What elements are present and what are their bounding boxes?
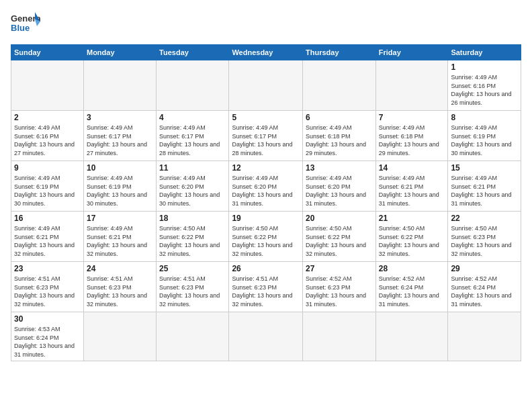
day-info: Sunrise: 4:51 AMSunset: 6:23 PMDaylight:… <box>14 275 81 308</box>
calendar-cell <box>375 60 448 111</box>
logo: General Blue <box>11 11 40 38</box>
day-number: 2 <box>14 113 81 122</box>
calendar-cell: 9Sunrise: 4:49 AMSunset: 6:19 PMDaylight… <box>11 161 84 212</box>
calendar-week-row: 2Sunrise: 4:49 AMSunset: 6:16 PMDaylight… <box>11 111 521 161</box>
calendar-cell: 6Sunrise: 4:49 AMSunset: 6:18 PMDaylight… <box>303 111 376 161</box>
day-info: Sunrise: 4:49 AMSunset: 6:20 PMDaylight:… <box>159 174 226 208</box>
day-number: 8 <box>451 113 518 122</box>
header-wednesday: Wednesday <box>229 45 303 60</box>
day-info: Sunrise: 4:49 AMSunset: 6:16 PMDaylight:… <box>451 73 518 107</box>
calendar-cell: 28Sunrise: 4:52 AMSunset: 6:24 PMDayligh… <box>375 262 448 312</box>
day-info: Sunrise: 4:49 AMSunset: 6:17 PMDaylight:… <box>232 124 300 157</box>
calendar-week-row: 30Sunrise: 4:53 AMSunset: 6:24 PMDayligh… <box>11 312 521 361</box>
calendar-cell <box>83 60 156 111</box>
calendar-cell: 12Sunrise: 4:49 AMSunset: 6:20 PMDayligh… <box>229 161 303 212</box>
day-number: 18 <box>159 214 226 223</box>
day-number: 11 <box>159 163 226 173</box>
calendar-cell <box>83 312 156 361</box>
header-tuesday: Tuesday <box>157 45 229 60</box>
calendar-cell: 7Sunrise: 4:49 AMSunset: 6:18 PMDaylight… <box>375 111 448 161</box>
day-info: Sunrise: 4:52 AMSunset: 6:24 PMDaylight:… <box>379 275 445 308</box>
calendar-cell <box>375 312 448 361</box>
calendar-cell <box>157 60 229 111</box>
calendar-cell: 15Sunrise: 4:49 AMSunset: 6:21 PMDayligh… <box>448 161 521 212</box>
header-saturday: Saturday <box>448 45 521 60</box>
calendar-cell: 8Sunrise: 4:49 AMSunset: 6:19 PMDaylight… <box>448 111 521 161</box>
day-number: 26 <box>232 264 300 273</box>
day-info: Sunrise: 4:49 AMSunset: 6:21 PMDaylight:… <box>14 224 81 258</box>
day-number: 22 <box>451 214 518 223</box>
day-number: 27 <box>306 264 373 273</box>
day-info: Sunrise: 4:52 AMSunset: 6:23 PMDaylight:… <box>306 275 373 308</box>
svg-text:Blue: Blue <box>11 23 30 33</box>
day-number: 1 <box>451 62 518 72</box>
day-number: 28 <box>379 264 445 273</box>
day-number: 25 <box>159 264 226 273</box>
day-info: Sunrise: 4:49 AMSunset: 6:20 PMDaylight:… <box>306 174 373 208</box>
day-number: 7 <box>379 113 445 122</box>
calendar-cell: 25Sunrise: 4:51 AMSunset: 6:23 PMDayligh… <box>157 262 229 312</box>
header-thursday: Thursday <box>303 45 376 60</box>
day-number: 5 <box>232 113 300 122</box>
day-number: 9 <box>14 163 81 173</box>
calendar-cell: 5Sunrise: 4:49 AMSunset: 6:17 PMDaylight… <box>229 111 303 161</box>
calendar-cell: 2Sunrise: 4:49 AMSunset: 6:16 PMDaylight… <box>11 111 84 161</box>
day-info: Sunrise: 4:49 AMSunset: 6:19 PMDaylight:… <box>87 174 153 208</box>
day-number: 15 <box>451 163 518 173</box>
day-number: 3 <box>87 113 153 122</box>
day-info: Sunrise: 4:50 AMSunset: 6:22 PMDaylight:… <box>379 224 445 258</box>
day-number: 30 <box>14 314 81 324</box>
calendar-week-row: 23Sunrise: 4:51 AMSunset: 6:23 PMDayligh… <box>11 262 521 312</box>
header-friday: Friday <box>375 45 448 60</box>
day-info: Sunrise: 4:51 AMSunset: 6:23 PMDaylight:… <box>159 275 226 308</box>
calendar-cell <box>157 312 229 361</box>
day-info: Sunrise: 4:49 AMSunset: 6:17 PMDaylight:… <box>87 124 153 157</box>
calendar-cell: 18Sunrise: 4:50 AMSunset: 6:22 PMDayligh… <box>157 212 229 262</box>
day-number: 12 <box>232 163 300 173</box>
calendar-cell <box>229 312 303 361</box>
calendar-cell: 24Sunrise: 4:51 AMSunset: 6:23 PMDayligh… <box>83 262 156 312</box>
calendar-cell: 30Sunrise: 4:53 AMSunset: 6:24 PMDayligh… <box>11 312 84 361</box>
calendar-cell <box>303 312 376 361</box>
calendar-cell: 22Sunrise: 4:50 AMSunset: 6:23 PMDayligh… <box>448 212 521 262</box>
calendar-cell <box>229 60 303 111</box>
calendar-cell: 11Sunrise: 4:49 AMSunset: 6:20 PMDayligh… <box>157 161 229 212</box>
calendar-cell: 4Sunrise: 4:49 AMSunset: 6:17 PMDaylight… <box>157 111 229 161</box>
day-number: 23 <box>14 264 81 273</box>
calendar-cell: 1Sunrise: 4:49 AMSunset: 6:16 PMDaylight… <box>448 60 521 111</box>
calendar-cell: 21Sunrise: 4:50 AMSunset: 6:22 PMDayligh… <box>375 212 448 262</box>
day-number: 21 <box>379 214 445 223</box>
day-info: Sunrise: 4:49 AMSunset: 6:18 PMDaylight:… <box>379 124 445 157</box>
calendar-cell <box>303 60 376 111</box>
header: General Blue <box>11 11 521 38</box>
day-number: 24 <box>87 264 153 273</box>
calendar-cell: 13Sunrise: 4:49 AMSunset: 6:20 PMDayligh… <box>303 161 376 212</box>
calendar-cell <box>448 312 521 361</box>
day-number: 19 <box>232 214 300 223</box>
day-info: Sunrise: 4:49 AMSunset: 6:16 PMDaylight:… <box>14 124 81 157</box>
day-info: Sunrise: 4:49 AMSunset: 6:21 PMDaylight:… <box>379 174 445 208</box>
calendar-cell: 19Sunrise: 4:50 AMSunset: 6:22 PMDayligh… <box>229 212 303 262</box>
calendar-table: Sunday Monday Tuesday Wednesday Thursday… <box>11 44 521 361</box>
day-info: Sunrise: 4:49 AMSunset: 6:17 PMDaylight:… <box>159 124 226 157</box>
calendar-cell <box>11 60 84 111</box>
day-info: Sunrise: 4:50 AMSunset: 6:22 PMDaylight:… <box>159 224 226 258</box>
day-number: 20 <box>306 214 373 223</box>
calendar-cell: 16Sunrise: 4:49 AMSunset: 6:21 PMDayligh… <box>11 212 84 262</box>
day-info: Sunrise: 4:49 AMSunset: 6:19 PMDaylight:… <box>14 174 81 208</box>
calendar-week-row: 16Sunrise: 4:49 AMSunset: 6:21 PMDayligh… <box>11 212 521 262</box>
day-number: 13 <box>306 163 373 173</box>
header-sunday: Sunday <box>11 45 84 60</box>
calendar-week-row: 1Sunrise: 4:49 AMSunset: 6:16 PMDaylight… <box>11 60 521 111</box>
day-info: Sunrise: 4:49 AMSunset: 6:18 PMDaylight:… <box>306 124 373 157</box>
calendar-cell: 3Sunrise: 4:49 AMSunset: 6:17 PMDaylight… <box>83 111 156 161</box>
calendar-cell: 20Sunrise: 4:50 AMSunset: 6:22 PMDayligh… <box>303 212 376 262</box>
day-info: Sunrise: 4:50 AMSunset: 6:22 PMDaylight:… <box>306 224 373 258</box>
day-number: 16 <box>14 214 81 223</box>
day-info: Sunrise: 4:49 AMSunset: 6:21 PMDaylight:… <box>451 174 518 208</box>
calendar-cell: 26Sunrise: 4:51 AMSunset: 6:23 PMDayligh… <box>229 262 303 312</box>
weekday-header-row: Sunday Monday Tuesday Wednesday Thursday… <box>11 45 521 60</box>
day-info: Sunrise: 4:49 AMSunset: 6:19 PMDaylight:… <box>451 124 518 157</box>
calendar-cell: 14Sunrise: 4:49 AMSunset: 6:21 PMDayligh… <box>375 161 448 212</box>
header-monday: Monday <box>83 45 156 60</box>
